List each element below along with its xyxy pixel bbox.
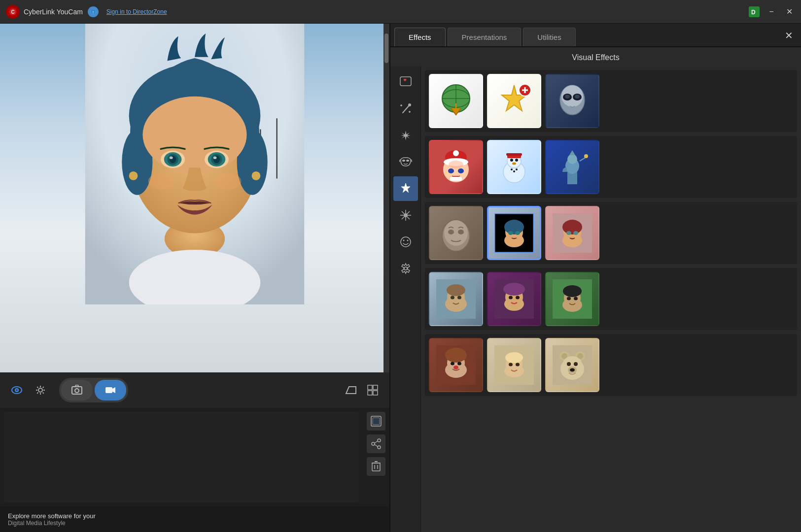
snapshot-button[interactable] — [367, 412, 385, 431]
gear-icon-btn[interactable] — [393, 256, 418, 281]
svg-point-112 — [448, 230, 454, 234]
svg-point-102 — [516, 168, 518, 170]
svg-point-24 — [213, 156, 217, 159]
smiley-icon-btn[interactable] — [393, 230, 418, 254]
svg-point-148 — [445, 348, 467, 363]
svg-line-56 — [403, 105, 410, 113]
right-panel: ✕ Effects Presentations Utilities Visual… — [389, 24, 801, 532]
svg-text:C: C — [11, 9, 14, 15]
svg-point-34 — [75, 389, 79, 393]
svg-point-157 — [516, 363, 520, 366]
window-controls: − ✕ — [766, 6, 795, 18]
svg-point-166 — [574, 362, 578, 366]
svg-point-71 — [407, 240, 408, 241]
svg-point-99 — [512, 163, 516, 165]
effect-stone-face[interactable] — [429, 206, 483, 260]
svg-rect-55 — [400, 77, 411, 86]
effect-man3[interactable] — [545, 272, 599, 326]
footer-main-text: Explore more software for your — [8, 512, 96, 520]
svg-rect-41 — [368, 391, 372, 395]
wand-icon-btn[interactable] — [393, 97, 418, 121]
effects-row — [425, 136, 797, 198]
effects-grid — [421, 66, 801, 532]
svg-point-63 — [406, 160, 409, 162]
starburst-icon-btn[interactable] — [393, 203, 418, 228]
svg-rect-94 — [450, 177, 462, 181]
layout-button[interactable] — [364, 381, 382, 399]
settings-button[interactable] — [32, 381, 49, 399]
svg-point-113 — [458, 230, 464, 234]
effect-avatar-blue[interactable] — [487, 206, 541, 260]
bottom-panel — [0, 408, 389, 506]
effect-santa[interactable] — [429, 140, 483, 194]
svg-point-85 — [565, 95, 570, 99]
svg-text:D: D — [751, 9, 756, 16]
svg-point-124 — [562, 220, 582, 234]
share-button[interactable] — [367, 434, 385, 453]
footer: Explore more software for your Digital M… — [0, 506, 389, 532]
close-button[interactable]: ✕ — [783, 6, 795, 18]
svg-text:↑: ↑ — [92, 10, 95, 15]
effect-clown1[interactable] — [429, 338, 483, 392]
eraser-button[interactable] — [342, 381, 360, 399]
svg-point-47 — [372, 442, 375, 445]
svg-point-20 — [170, 156, 173, 159]
tab-effects[interactable]: Effects — [394, 28, 446, 46]
tab-utilities[interactable]: Utilities — [523, 28, 575, 46]
svg-point-130 — [447, 284, 465, 296]
effect-man4[interactable] — [487, 338, 541, 392]
svg-point-57 — [408, 103, 411, 106]
video-scrollbar[interactable] — [383, 24, 389, 372]
video-display — [0, 24, 389, 372]
effects-row — [425, 202, 797, 264]
mask-icon-btn[interactable] — [393, 150, 418, 174]
title-bar: C CyberLink YouCam ↑ Sign in to Director… — [0, 0, 801, 24]
photo-capture-button[interactable] — [61, 380, 93, 400]
update-icon[interactable]: ↑ — [88, 6, 99, 17]
svg-point-137 — [509, 296, 513, 299]
tabs-bar: Effects Presentations Utilities — [390, 24, 801, 47]
panel-close-button[interactable]: ✕ — [785, 30, 793, 41]
effect-snowman[interactable] — [487, 140, 541, 194]
svg-point-91 — [448, 168, 454, 173]
effects-row — [425, 334, 797, 396]
svg-rect-35 — [105, 387, 112, 393]
effect-statue-liberty[interactable] — [545, 140, 599, 194]
svg-point-70 — [403, 240, 404, 241]
svg-point-101 — [513, 170, 515, 172]
avatar-icon-btn[interactable] — [393, 176, 418, 201]
svg-line-48 — [375, 441, 378, 443]
svg-rect-44 — [373, 418, 380, 425]
effect-globe-download[interactable] — [429, 74, 483, 128]
effect-man1[interactable] — [429, 272, 483, 326]
svg-rect-50 — [372, 463, 380, 471]
scrollbar-thumb[interactable] — [384, 33, 388, 63]
svg-point-156 — [509, 363, 513, 366]
effect-bear[interactable] — [545, 338, 599, 392]
video-capture-button[interactable] — [95, 380, 126, 400]
svg-point-138 — [516, 296, 520, 299]
effect-avatar-red[interactable] — [545, 206, 599, 260]
delete-button[interactable] — [367, 457, 385, 476]
eye-button[interactable] — [8, 381, 26, 399]
svg-point-26 — [252, 171, 261, 180]
svg-point-136 — [503, 283, 525, 296]
controls-bar — [0, 372, 389, 408]
minimize-button[interactable]: − — [766, 6, 777, 18]
effect-star-plus[interactable] — [487, 74, 541, 128]
effects-row — [425, 70, 797, 132]
effects-panel — [390, 66, 801, 532]
main-content: Explore more software for your Digital M… — [0, 24, 801, 532]
side-controls — [363, 408, 389, 506]
tab-presentations[interactable]: Presentations — [448, 28, 522, 46]
face-heart-icon-btn[interactable] — [393, 70, 418, 95]
director-zone-link[interactable]: Sign in to DirectorZone — [106, 8, 749, 15]
effect-alien[interactable] — [545, 74, 599, 128]
effect-man2[interactable] — [487, 272, 541, 326]
svg-point-118 — [508, 231, 513, 235]
svg-point-69 — [401, 237, 411, 247]
svg-point-119 — [515, 231, 520, 235]
sparkle-icon-btn[interactable] — [393, 123, 418, 148]
svg-point-31 — [16, 389, 18, 391]
svg-point-143 — [567, 297, 571, 300]
